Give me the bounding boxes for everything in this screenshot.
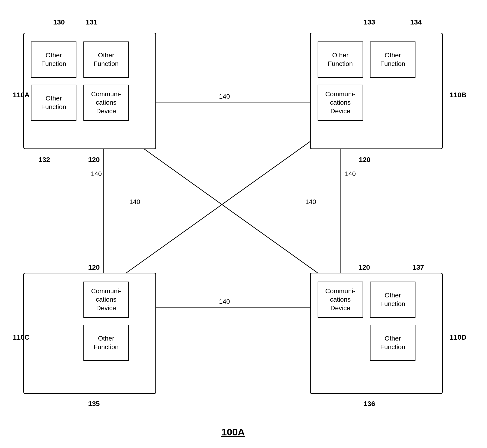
node-A-label: 110A — [13, 91, 30, 99]
label-130: 130 — [53, 18, 65, 26]
node-C-comm-label: Communi-cationsDevice — [91, 287, 121, 312]
node-A-func1-label: OtherFunction — [41, 51, 66, 68]
node-B-comm: Communi-cationsDevice — [318, 85, 363, 121]
node-A: OtherFunction OtherFunction OtherFunctio… — [23, 33, 156, 149]
node-A-func2-label: OtherFunction — [94, 51, 119, 68]
label-140-top-horiz: 140 — [219, 93, 230, 100]
label-140-bottom-horiz: 140 — [219, 298, 230, 305]
label-140-left-top: 140 — [91, 170, 102, 178]
node-B-label: 110B — [450, 91, 466, 99]
node-A-func3-label: OtherFunction — [41, 94, 66, 111]
label-120-B: 120 — [359, 156, 370, 164]
label-136: 136 — [363, 400, 375, 408]
node-D-func2-label: OtherFunction — [380, 334, 405, 351]
label-134: 134 — [410, 18, 422, 26]
node-B-func2-label: OtherFunction — [380, 51, 405, 68]
node-A-func2: OtherFunction — [83, 41, 129, 78]
label-135: 135 — [88, 400, 100, 408]
node-A-comm: Communi-cationsDevice — [83, 85, 129, 121]
label-140-cross-right: 140 — [305, 198, 316, 206]
node-B-func1-label: OtherFunction — [328, 51, 353, 68]
node-B: OtherFunction OtherFunction Communi-cati… — [310, 33, 443, 149]
node-D-func1-label: OtherFunction — [380, 291, 405, 308]
node-D-comm-label: Communi-cationsDevice — [325, 287, 355, 312]
diagram: OtherFunction OtherFunction OtherFunctio… — [0, 0, 487, 448]
node-C-comm: Communi-cationsDevice — [83, 281, 129, 318]
node-A-func3: OtherFunction — [31, 85, 76, 121]
node-A-func1: OtherFunction — [31, 41, 76, 78]
node-B-func1: OtherFunction — [318, 41, 363, 78]
node-C-label: 110C — [13, 333, 30, 341]
node-B-func2: OtherFunction — [370, 41, 416, 78]
label-140-cross-left: 140 — [129, 198, 140, 206]
node-D: Communi-cationsDevice OtherFunction Othe… — [310, 273, 443, 394]
node-D-func1: OtherFunction — [370, 281, 416, 318]
label-140-right-top: 140 — [345, 170, 356, 178]
node-C-func1: OtherFunction — [83, 325, 129, 361]
figure-label: 100A — [221, 427, 245, 438]
label-133: 133 — [363, 18, 375, 26]
node-A-comm-label: Communi-cationsDevice — [91, 90, 121, 115]
node-D-label: 110D — [450, 333, 466, 341]
node-B-comm-label: Communi-cationsDevice — [325, 90, 355, 115]
node-D-comm: Communi-cationsDevice — [318, 281, 363, 318]
label-132: 132 — [39, 156, 50, 164]
label-137: 137 — [412, 263, 424, 271]
label-120-D: 120 — [358, 263, 370, 271]
node-D-func2: OtherFunction — [370, 325, 416, 361]
label-120-C: 120 — [88, 263, 100, 271]
label-120-A: 120 — [88, 156, 100, 164]
label-131: 131 — [86, 18, 97, 26]
node-C: Communi-cationsDevice OtherFunction — [23, 273, 156, 394]
node-C-func1-label: OtherFunction — [94, 334, 119, 351]
